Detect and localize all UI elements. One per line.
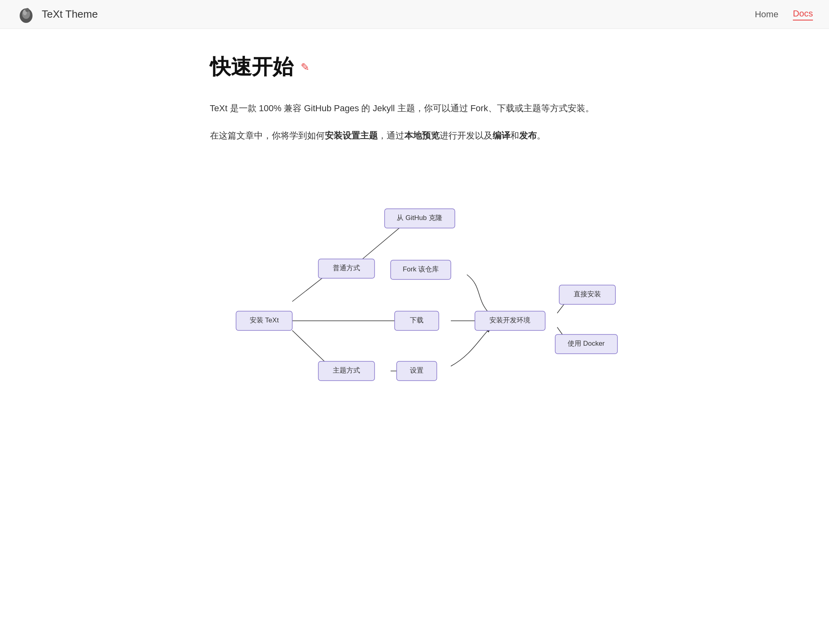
- flowchart-svg: 安装 TeXt 普通方式 从 GitHub 克隆 Fork 该仓库 下载 主题方…: [210, 163, 619, 412]
- page-title-row: 快速开始 ✎: [210, 53, 619, 81]
- site-header: TeXt Theme Home Docs: [0, 0, 829, 29]
- node-devenv-label: 安装开发环境: [489, 317, 530, 324]
- node-github-label: 从 GitHub 克隆: [397, 214, 442, 222]
- node-setup-label: 设置: [410, 367, 424, 375]
- edge-setup-devenv: [451, 327, 491, 366]
- intro2-part-3: ，通过: [378, 130, 404, 141]
- intro-paragraph-2: 在这篇文章中，你将学到如何安装设置主题，通过本地预览进行开发以及编译和发布。: [210, 128, 619, 144]
- nav-docs[interactable]: Docs: [793, 8, 813, 20]
- flowchart-container: 安装 TeXt 普通方式 从 GitHub 克隆 Fork 该仓库 下载 主题方…: [210, 163, 619, 412]
- intro2-part-8: 发布: [519, 130, 537, 141]
- intro2-part-6: 编译: [493, 130, 510, 141]
- site-logo-icon: [16, 4, 36, 24]
- intro2-part-9: 。: [537, 130, 546, 141]
- node-install-label: 安装 TeXt: [249, 317, 279, 324]
- page-title: 快速开始: [210, 53, 293, 81]
- node-normal-label: 普通方式: [333, 265, 360, 272]
- intro2-part-1: 在这篇文章中，你将学到如何: [210, 130, 325, 141]
- intro2-part-5: 进行开发以及: [440, 130, 493, 141]
- intro2-part-2: 安装设置主题: [325, 130, 378, 141]
- svg-point-3: [25, 8, 29, 12]
- node-download-label: 下载: [410, 317, 424, 324]
- main-nav: Home Docs: [755, 8, 813, 20]
- node-fork-label: Fork 该仓库: [403, 266, 439, 273]
- node-docker-label: 使用 Docker: [567, 340, 605, 348]
- node-theme-label: 主题方式: [333, 367, 360, 375]
- site-title: TeXt Theme: [42, 8, 98, 20]
- intro2-part-4: 本地预览: [404, 130, 440, 141]
- nav-home[interactable]: Home: [755, 9, 778, 20]
- intro-paragraph-1: TeXt 是一款 100% 兼容 GitHub Pages 的 Jekyll 主…: [210, 100, 619, 116]
- main-content: 快速开始 ✎ TeXt 是一款 100% 兼容 GitHub Pages 的 J…: [194, 29, 635, 436]
- edit-icon[interactable]: ✎: [301, 61, 310, 73]
- node-direct-label: 直接安装: [574, 291, 601, 298]
- intro2-part-7: 和: [510, 130, 519, 141]
- header-left: TeXt Theme: [16, 4, 98, 24]
